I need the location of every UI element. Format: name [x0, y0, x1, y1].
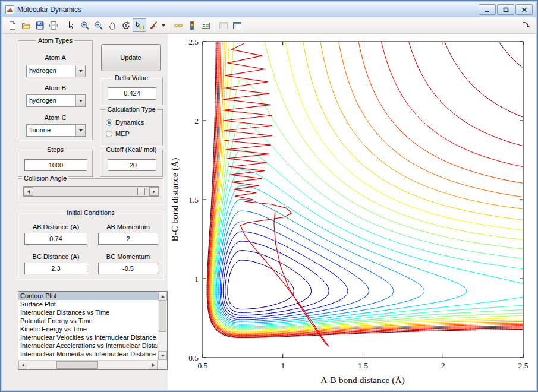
pan-button[interactable] — [105, 18, 119, 32]
figure-toolbar — [2, 17, 536, 34]
x-tick-label: 2.5 — [518, 361, 528, 370]
atom-c-selected-value: fluorine — [27, 125, 75, 136]
scroll-up-button[interactable] — [158, 292, 167, 301]
y-tick-label: 1.5 — [188, 195, 199, 204]
atom-a-dropdown[interactable]: hydrogen — [26, 65, 86, 77]
insert-colorbar-button[interactable] — [185, 18, 199, 32]
titlebar[interactable]: Molecular Dynamics — [2, 2, 536, 17]
toolbar-separator — [62, 20, 62, 31]
zoom-in-button[interactable] — [78, 18, 92, 32]
ab-momentum-field[interactable]: 2 — [98, 233, 158, 245]
edit-plot-button[interactable] — [64, 18, 78, 32]
delta-value-field[interactable]: 0.424 — [108, 87, 156, 100]
brush-button[interactable] — [146, 18, 160, 32]
plot-type-listbox[interactable]: Contour PlotSurface PlotInternuclear Dis… — [18, 291, 168, 370]
data-cursor-button[interactable] — [133, 18, 146, 32]
bc-momentum-label: BC Momentum — [93, 253, 163, 260]
new-document-icon — [8, 21, 17, 30]
data-cursor-icon — [135, 21, 144, 30]
y-axis-label: B-C bond distance (Å) — [169, 158, 180, 242]
collision-angle-slider[interactable] — [23, 186, 159, 197]
bc-distance-field[interactable]: 2.3 — [24, 263, 87, 274]
atom-c-dropdown-button[interactable] — [75, 125, 85, 136]
open-file-button[interactable] — [19, 18, 33, 32]
atom-types-panel-title: Atom Types — [36, 37, 74, 44]
zoom-out-button[interactable] — [92, 18, 105, 32]
list-item[interactable]: Potential Energy vs Time — [18, 317, 158, 325]
show-plot-tools-icon — [232, 21, 242, 30]
rotate-3d-button[interactable] — [119, 18, 133, 32]
link-plot-button[interactable] — [171, 18, 185, 32]
ab-distance-label: AB Distance (A) — [18, 223, 93, 230]
scroll-left-button[interactable] — [18, 361, 27, 369]
list-item[interactable]: Internuclear Momenta vs Internuclear Dis… — [18, 350, 158, 358]
radio-dot-icon — [106, 119, 112, 126]
atom-b-dropdown[interactable]: hydrogen — [26, 94, 86, 107]
atom-c-dropdown[interactable]: fluorine — [26, 124, 86, 137]
arrow-up-icon — [161, 295, 165, 298]
ab-distance-field[interactable]: 0.74 — [24, 233, 87, 245]
dock-figure-arrow[interactable] — [522, 21, 530, 29]
toolbar-separator — [169, 20, 169, 31]
app-window: Molecular Dynamics Atom Types At — [0, 0, 538, 392]
arrow-right-icon — [152, 363, 155, 367]
brush-icon — [149, 21, 158, 30]
radio-dot-icon — [106, 131, 112, 137]
window-inner: Molecular Dynamics Atom Types At — [2, 2, 536, 390]
calculation-type-panel-title: Calculation Type — [105, 106, 157, 113]
cutoff-panel: Cutoff (Kcal/ mol) -20 — [100, 150, 163, 177]
close-button[interactable] — [515, 4, 533, 15]
scroll-right-button[interactable] — [149, 361, 158, 369]
collision-angle-panel-title: Collision Angle — [22, 175, 68, 182]
slider-left-arrow[interactable] — [24, 187, 33, 196]
bc-momentum-field[interactable]: -0.5 — [98, 263, 158, 274]
x-tick-label: 2 — [441, 361, 445, 370]
y-tick-label: 2 — [194, 116, 199, 125]
dynamics-radio[interactable]: Dynamics — [106, 119, 144, 126]
delta-value-panel: Delta Value 0.424 — [100, 78, 163, 105]
new-figure-button[interactable] — [5, 18, 19, 32]
collision-angle-slider-thumb[interactable] — [137, 188, 145, 195]
list-item[interactable]: Contour Plot — [18, 292, 158, 300]
steps-field[interactable]: 1000 — [24, 159, 87, 171]
insert-legend-button[interactable] — [199, 18, 212, 32]
update-button[interactable]: Update — [101, 44, 161, 71]
y-tick-label: 1 — [194, 274, 199, 283]
vertical-scroll-thumb[interactable] — [159, 301, 166, 332]
atom-a-selected-value: hydrogen — [27, 65, 75, 77]
show-plot-tools-button[interactable] — [230, 18, 244, 32]
colorbar-icon — [187, 21, 197, 30]
list-item[interactable]: Internuclear Distances vs Time — [18, 308, 158, 317]
save-figure-button[interactable] — [33, 18, 46, 32]
toolbar-separator — [214, 20, 215, 31]
contour-plot-canvas[interactable]: 0.511.522.50.511.522.5 A-B bond distance… — [168, 34, 536, 390]
atom-c-label: Atom C — [18, 114, 92, 121]
window-controls — [477, 4, 533, 15]
list-item[interactable]: Kinetic Energy vs Time — [18, 325, 158, 333]
listbox-vertical-scrollbar[interactable] — [158, 292, 167, 360]
mep-radio[interactable]: MEP — [106, 130, 130, 137]
arrow-down-icon — [161, 355, 165, 357]
x-tick-label: 1.5 — [358, 361, 368, 370]
cutoff-field[interactable]: -20 — [108, 159, 156, 171]
maximize-button[interactable] — [497, 4, 514, 15]
plot-type-list-items: Contour PlotSurface PlotInternuclear Dis… — [18, 292, 158, 360]
x-axis-label: A-B bond distance (Å) — [320, 375, 405, 385]
calculation-type-panel: Calculation Type Dynamics MEP — [100, 109, 163, 146]
listbox-horizontal-scrollbar[interactable] — [18, 360, 158, 369]
atom-a-dropdown-button[interactable] — [75, 65, 85, 77]
list-item[interactable]: Surface Plot — [18, 300, 158, 308]
brush-dropdown-button[interactable] — [160, 18, 167, 32]
atom-b-dropdown-button[interactable] — [75, 95, 85, 106]
list-item[interactable]: Internuclear Velocities vs Internuclear … — [18, 333, 158, 342]
minimize-button[interactable] — [479, 4, 496, 15]
print-figure-button[interactable] — [46, 18, 60, 32]
arrow-left-icon — [22, 363, 24, 367]
scroll-down-button[interactable] — [158, 351, 167, 360]
slider-right-arrow[interactable] — [149, 187, 159, 196]
hide-plot-tools-button[interactable] — [216, 18, 230, 32]
list-item[interactable]: Internuclear Accelerations vs Internucle… — [18, 342, 158, 350]
horizontal-scroll-thumb[interactable] — [56, 361, 98, 369]
dock-arrow-icon — [522, 21, 530, 29]
zoom-in-icon — [80, 21, 90, 30]
